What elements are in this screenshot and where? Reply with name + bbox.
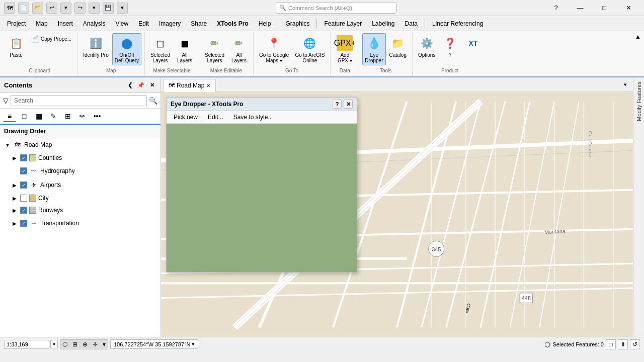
catalog-icon: 📁 xyxy=(390,35,406,51)
layer-hydrography[interactable]: ▶ ✓ 〜 Hydrography xyxy=(0,164,160,178)
go-to-arcgis-online-button[interactable]: 🌐 Go to ArcGISOnline xyxy=(292,33,327,65)
layer-check-hydrography[interactable]: ✓ xyxy=(20,167,27,174)
refresh-btn[interactable]: ↺ xyxy=(630,339,640,349)
quick-access-undo[interactable]: ↩ xyxy=(46,3,57,14)
nav-extent-btn[interactable]: ⬡ xyxy=(60,340,69,349)
nav-crosshair-btn[interactable]: ⊕ xyxy=(80,340,90,349)
nav-grid-btn[interactable]: ⊞ xyxy=(70,340,79,349)
scale-dropdown-btn[interactable]: ▾ xyxy=(50,340,58,348)
minimize-button[interactable]: — xyxy=(569,0,592,16)
layer-expand-runways[interactable]: ▶ xyxy=(11,207,18,214)
on-off-def-query-button[interactable]: ⬤ On/OffDef. Query xyxy=(112,33,141,65)
catalog-button[interactable]: 📁 Catalog xyxy=(387,33,409,60)
menu-map[interactable]: Map xyxy=(31,18,52,29)
layer-city[interactable]: ▶ City xyxy=(0,192,160,204)
dialog-help-btn[interactable]: ? xyxy=(333,100,342,109)
layer-check-counties[interactable]: ✓ xyxy=(20,154,27,161)
drawing-order-btn[interactable]: □ xyxy=(18,110,31,122)
menu-project[interactable]: Project xyxy=(2,18,31,29)
layer-runways[interactable]: ▶ ✓ Runways xyxy=(0,204,160,216)
panel-collapse-btn[interactable]: ❮ xyxy=(125,80,134,89)
edit-view-btn[interactable]: ✎ xyxy=(47,110,60,122)
pause-btn[interactable]: ⏸ xyxy=(618,339,628,349)
layer-airports[interactable]: ▶ ✓ ✈ Airports xyxy=(0,178,160,192)
quick-access-undo-dropdown[interactable]: ▾ xyxy=(60,3,71,14)
clipboard-group-label: Clipboard xyxy=(29,68,50,74)
data-view-btn[interactable]: ▦ xyxy=(32,110,45,122)
command-search[interactable]: 🔍 Command Search (Alt+Q) xyxy=(276,3,396,14)
quick-access-open[interactable]: 📂 xyxy=(32,3,43,14)
quick-access-more[interactable]: ▾ xyxy=(117,3,128,14)
panel-pin-btn[interactable]: 📌 xyxy=(136,80,145,89)
quick-access-new[interactable]: 📄 xyxy=(18,3,29,14)
map-tab-close-btn[interactable]: ✕ xyxy=(206,83,210,88)
product-xt-button[interactable]: XT xyxy=(462,33,484,53)
help-product-button[interactable]: ❓ ? xyxy=(439,33,461,60)
map-tab-dropdown[interactable]: ▾ xyxy=(620,79,631,90)
dialog-save-to-style[interactable]: Save to style... xyxy=(229,112,277,122)
copy-properties-button[interactable]: 📄 Copy Prope... xyxy=(28,33,74,44)
help-button[interactable]: ? xyxy=(544,0,568,16)
dialog-edit[interactable]: Edit... xyxy=(204,112,227,122)
layer-check-transportation[interactable]: ✓ xyxy=(20,220,27,227)
nav-pan-btn[interactable]: ✛ xyxy=(91,340,100,349)
snapping-btn[interactable]: ✏ xyxy=(76,110,89,122)
menu-linear-referencing[interactable]: Linear Referencing xyxy=(427,18,488,29)
layer-check-runways[interactable]: ✓ xyxy=(20,207,27,214)
options-button[interactable]: ⚙️ Options xyxy=(416,33,438,60)
close-button[interactable]: ✕ xyxy=(617,0,640,16)
search-input[interactable] xyxy=(11,95,147,106)
layer-expand-transportation[interactable]: ▶ xyxy=(11,220,18,227)
layer-transportation[interactable]: ▶ ✓ ━ Transportation xyxy=(0,216,160,230)
layer-expand-road-map[interactable]: ▼ xyxy=(4,141,11,148)
map-tab-road-map[interactable]: 🗺 Road Map ✕ xyxy=(163,79,216,92)
menu-graphics[interactable]: Graphics xyxy=(280,18,314,29)
list-view-btn[interactable]: ≡ xyxy=(3,110,16,122)
layer-expand-counties[interactable]: ▶ xyxy=(11,154,18,161)
menu-insert[interactable]: Insert xyxy=(53,18,78,29)
ribbon-collapse[interactable]: ▲ xyxy=(634,32,642,41)
ribbon-group-goto: 📍 Go to GoogleMaps ▾ 🌐 Go to ArcGISOnlin… xyxy=(254,32,331,75)
eye-dropper-button[interactable]: 💧 EyeDropper xyxy=(362,33,385,65)
paste-button[interactable]: 📋 Paste xyxy=(5,33,27,60)
menu-help[interactable]: Help xyxy=(254,18,276,29)
menu-view[interactable]: View xyxy=(110,18,133,29)
dialog-close-btn[interactable]: ✕ xyxy=(344,100,353,109)
scale-input[interactable] xyxy=(4,340,49,349)
map-canvas[interactable]: 345 448 Montana Golf Course xyxy=(161,92,633,337)
menu-edit[interactable]: Edit xyxy=(133,18,154,29)
nav-more-btn[interactable]: ▾ xyxy=(101,340,108,349)
maximize-button[interactable]: □ xyxy=(593,0,616,16)
quick-access-redo-dropdown[interactable]: ▾ xyxy=(89,3,100,14)
all-layers-editable-button[interactable]: ✏ AllLayers xyxy=(228,33,250,65)
coordinates-dropdown[interactable]: ▾ xyxy=(192,341,195,347)
layer-expand-city[interactable]: ▶ xyxy=(11,195,18,202)
menu-share[interactable]: Share xyxy=(186,18,212,29)
add-gpx-button[interactable]: GPX+ AddGPX ▾ xyxy=(334,33,356,65)
chart-btn[interactable]: ⊞ xyxy=(61,110,74,122)
layer-counties[interactable]: ▶ ✓ Counties xyxy=(0,152,160,164)
panel-close-btn[interactable]: ✕ xyxy=(147,80,156,89)
layer-check-city[interactable] xyxy=(20,195,27,202)
more-btn[interactable]: ••• xyxy=(91,110,104,122)
quick-access-redo[interactable]: ↪ xyxy=(74,3,86,14)
dialog-pick-new[interactable]: Pick new xyxy=(170,112,202,122)
layer-check-airports[interactable]: ✓ xyxy=(20,182,27,189)
google-maps-icon: 📍 xyxy=(266,35,282,51)
selected-layers-selectable-button[interactable]: ◻ SelectedLayers xyxy=(148,33,173,65)
menu-analysis[interactable]: Analysis xyxy=(78,18,111,29)
menu-data[interactable]: Data xyxy=(400,18,423,29)
all-layers-selectable-button[interactable]: ◼ AllLayers xyxy=(174,33,196,65)
menu-imagery[interactable]: Imagery xyxy=(154,18,186,29)
menu-feature-layer[interactable]: Feature Layer xyxy=(319,18,367,29)
menu-xtools[interactable]: XTools Pro xyxy=(212,18,253,29)
layer-expand-airports[interactable]: ▶ xyxy=(11,182,18,189)
layer-road-map[interactable]: ▼ 🗺 Road Map xyxy=(0,138,160,152)
save-edits-btn[interactable]: □ xyxy=(606,339,616,349)
quick-access-save[interactable]: 💾 xyxy=(103,3,114,14)
menu-labeling[interactable]: Labeling xyxy=(367,18,399,29)
identify-pro-button[interactable]: ℹ️ Identify Pro xyxy=(80,33,111,60)
go-to-google-maps-button[interactable]: 📍 Go to GoogleMaps ▾ xyxy=(257,33,291,65)
selected-layers-editable-button[interactable]: ✏ SelectedLayers xyxy=(202,33,227,65)
search-icon[interactable]: 🔍 xyxy=(149,97,157,105)
